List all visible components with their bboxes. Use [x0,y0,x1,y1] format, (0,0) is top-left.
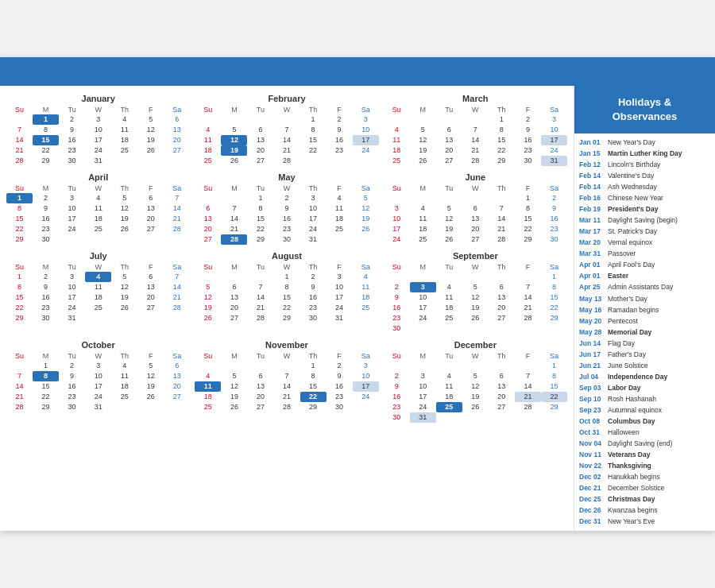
day-header: Su [384,105,410,114]
month-july: JulySuMTuWThFSa1234567891011121314151617… [6,251,190,334]
day-cell: 14 [489,214,515,224]
day-cell: 28 [273,402,300,412]
day-cell: 7 [6,125,33,135]
day-cell: 13 [436,135,462,145]
day-cell: 29 [6,313,33,323]
holiday-name: Daylight Saving (begin) [608,216,678,225]
holiday-name: Christmas Day [608,495,655,504]
day-cell [436,412,462,423]
day-cell [137,313,164,323]
holiday-date: Nov 04 [579,439,605,448]
month-title: July [6,251,190,261]
day-header: Th [300,262,327,272]
holiday-item: Feb 12Lincoln's Birthday [579,159,710,170]
day-cell: 24 [300,224,327,234]
day-header: F [137,105,164,114]
day-cell: 14 [273,135,300,145]
day-cell: 31 [85,402,111,412]
day-cell: 20 [247,392,273,402]
day-header: F [515,262,541,272]
day-header: Tu [59,262,85,272]
day-cell: 24 [353,145,379,156]
day-cell: 24 [353,392,379,402]
day-cell: 8 [247,203,273,214]
month-september: SeptemberSuMTuWThFSa12345678910111213141… [384,251,567,334]
day-header: Su [6,262,33,272]
day-cell [515,323,541,334]
month-october: OctoberSuMTuWThFSa1234567891011121314151… [6,340,190,423]
day-cell: 24 [384,234,410,245]
day-cell [462,412,489,423]
holiday-name: Ash Wednesday [608,183,657,191]
day-cell [436,361,462,371]
day-cell: 20 [137,292,164,303]
day-cell: 28 [221,234,247,245]
day-cell [436,272,462,282]
day-header: M [33,351,59,361]
day-cell: 15 [247,214,273,224]
day-cell [384,272,410,282]
day-header: Sa [353,184,379,193]
day-cell: 11 [353,282,379,292]
day-cell: 31 [59,313,85,323]
day-header: Sa [164,262,190,272]
day-cell: 25 [436,402,462,412]
month-title: June [384,172,567,182]
day-cell [111,234,137,245]
day-cell: 31 [85,156,111,166]
day-cell: 10 [541,125,567,135]
holiday-name: Thanksgiving [608,462,651,470]
day-cell: 14 [164,203,190,214]
day-cell: 30 [384,323,410,334]
day-cell: 18 [85,214,111,224]
day-cell: 17 [85,381,111,392]
day-header: Su [6,105,33,114]
day-cell: 10 [300,203,327,214]
day-header: Th [489,351,515,361]
holiday-date: Jan 15 [579,149,605,158]
day-cell: 7 [6,371,33,381]
day-cell: 27 [247,156,273,166]
month-title: September [384,251,567,261]
day-cell: 3 [85,114,111,125]
day-cell: 19 [195,303,221,313]
day-header: M [410,351,436,361]
day-cell: 3 [85,361,111,371]
day-cell: 8 [33,371,59,381]
day-cell [436,114,462,125]
months-grid: JanuarySuMTuWThFSa1234567891011121314151… [6,94,567,423]
day-cell [353,402,379,412]
day-cell: 22 [541,392,567,402]
day-cell: 1 [6,272,33,282]
day-cell [541,412,567,423]
day-cell: 17 [541,135,567,145]
day-header: W [85,351,111,361]
day-cell: 31 [300,234,327,245]
holiday-name: Columbus Day [608,417,655,426]
day-cell: 18 [384,145,410,156]
day-cell: 11 [85,203,111,214]
month-table: SuMTuWThFSa12345678910111213141516171819… [6,262,190,323]
day-header: W [85,105,111,114]
day-cell: 12 [195,292,221,303]
day-header: Sa [541,351,567,361]
day-cell: 16 [327,135,353,145]
month-title: April [6,172,190,182]
day-cell: 2 [384,371,410,381]
day-cell: 2 [300,272,327,282]
day-cell: 26 [462,313,489,323]
day-cell: 22 [300,145,327,156]
day-cell [436,193,462,203]
holiday-date: Nov 22 [579,462,605,470]
holiday-name: Ramadan begins [608,306,659,315]
day-cell: 16 [273,214,300,224]
day-cell [137,156,164,166]
day-header: Su [6,351,33,361]
day-cell: 13 [137,282,164,292]
day-cell [273,361,300,371]
day-cell: 3 [410,282,436,292]
day-cell: 30 [33,313,59,323]
day-cell: 11 [436,381,462,392]
day-cell: 19 [462,303,489,313]
day-cell [489,361,515,371]
